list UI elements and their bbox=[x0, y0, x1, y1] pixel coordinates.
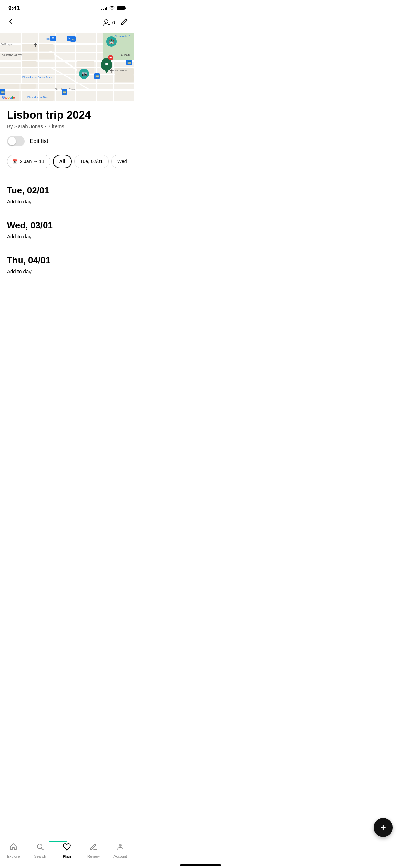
tue-chip[interactable]: Tue, 02/01 bbox=[74, 155, 109, 168]
camera-pin[interactable]: 📷 bbox=[79, 69, 89, 79]
header-nav: 0 bbox=[0, 14, 134, 33]
status-icons bbox=[101, 6, 125, 11]
svg-point-0 bbox=[105, 20, 108, 23]
battery-icon bbox=[117, 6, 125, 10]
wifi-icon bbox=[109, 6, 115, 11]
back-button[interactable] bbox=[5, 16, 16, 29]
date-range-chip[interactable]: 📅 2 Jan → 11 bbox=[7, 155, 50, 168]
edit-button[interactable] bbox=[121, 18, 128, 27]
header-actions: 0 bbox=[103, 18, 128, 27]
edit-list-toggle[interactable] bbox=[7, 136, 25, 146]
collaborator-count: 0 bbox=[112, 20, 115, 25]
day-title-thu: Thu, 04/01 bbox=[7, 255, 127, 266]
tram-icon: 🚃 bbox=[94, 73, 100, 79]
day-section-wed: Wed, 03/01 Add to day bbox=[7, 213, 127, 240]
day-section-thu: Thu, 04/01 Add to day bbox=[7, 248, 127, 275]
edit-list-label: Edit list bbox=[29, 138, 48, 145]
status-time: 9:41 bbox=[8, 5, 20, 12]
main-location-pin[interactable]: ❤ bbox=[101, 58, 112, 71]
edit-list-row: Edit list bbox=[7, 136, 127, 146]
google-logo: Google bbox=[2, 95, 15, 99]
add-to-day-tue[interactable]: Add to day bbox=[7, 198, 32, 204]
add-to-day-thu[interactable]: Add to day bbox=[7, 268, 32, 274]
church-pin: ✝ bbox=[32, 41, 39, 49]
bairro-alto-label: BAIRRO ALTO bbox=[2, 53, 22, 57]
trip-meta: By Sarah Jonas • 7 items bbox=[7, 123, 127, 129]
metro-icon-rossio: M bbox=[50, 36, 56, 41]
add-to-day-wed[interactable]: Add to day bbox=[7, 233, 32, 239]
wed-chip[interactable]: Wed, 03/01 bbox=[111, 155, 127, 168]
toggle-thumb bbox=[8, 137, 16, 145]
all-chip[interactable]: All bbox=[53, 155, 72, 168]
add-collaborator-button[interactable]: 0 bbox=[103, 19, 115, 26]
day-section-tue: Tue, 02/01 Add to day bbox=[7, 178, 127, 205]
day-title-tue: Tue, 02/01 bbox=[7, 185, 127, 196]
alfama-label: ALFAM bbox=[121, 53, 130, 57]
tram-icon-4: 🚃 bbox=[0, 89, 5, 95]
ao-roque-label: ão Roque bbox=[1, 43, 13, 46]
castle-pin[interactable]: 🏰 bbox=[106, 36, 117, 47]
tram-icon-3: 🚃 bbox=[62, 89, 67, 95]
map-view[interactable]: BAIRRO ALTO ALFAM Elevador de Santa Just… bbox=[0, 33, 134, 101]
svg-point-1 bbox=[105, 63, 108, 65]
day-title-wed: Wed, 03/01 bbox=[7, 220, 127, 231]
main-content: Lisbon trip 2024 By Sarah Jonas • 7 item… bbox=[0, 101, 134, 275]
castelo-label: Castelo de S bbox=[114, 35, 130, 38]
calendar-icon: 📅 bbox=[13, 159, 18, 164]
status-bar: 9:41 bbox=[0, 0, 134, 14]
elevador-santa-justa-label: Elevador de Santa Justa bbox=[22, 76, 52, 79]
elevador-bica-label: Elevador da Bica bbox=[27, 96, 48, 99]
trip-title: Lisbon trip 2024 bbox=[7, 108, 127, 121]
filter-chips: 📅 2 Jan → 11 All Tue, 02/01 Wed, 03/01 bbox=[7, 155, 127, 170]
tram-icon-2: 🚃 bbox=[126, 60, 132, 65]
signal-icon bbox=[101, 6, 107, 10]
bus-icon: 🚌 bbox=[70, 36, 76, 42]
